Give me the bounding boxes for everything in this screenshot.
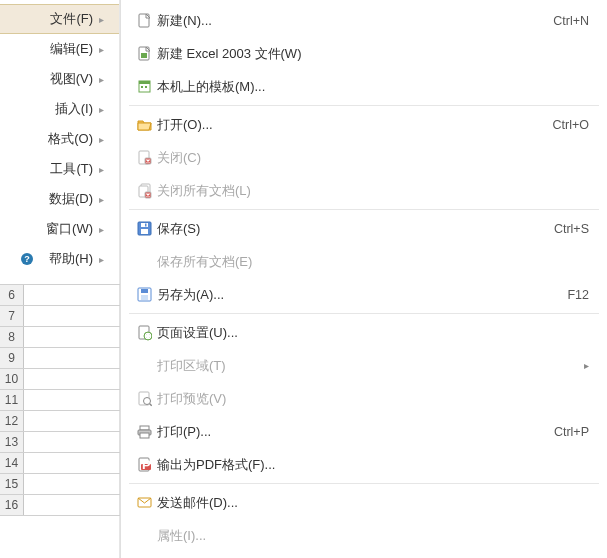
menuitem-open[interactable]: 打开(O)... Ctrl+O [121, 108, 607, 141]
menuitem-send-mail[interactable]: 发送邮件(D)... [121, 486, 607, 519]
menuitem-close-all[interactable]: 关闭所有文档(L) [121, 174, 607, 207]
template-icon [131, 78, 157, 95]
menuitem-new[interactable]: 新建(N)... Ctrl+N [121, 4, 607, 37]
menuitem-new-excel[interactable]: 新建 Excel 2003 文件(W) [121, 37, 607, 70]
submenu-arrow-icon: ▸ [99, 224, 109, 235]
submenu-arrow-icon: ▸ [99, 194, 109, 205]
menu-data-label: 数据(D) [34, 190, 99, 208]
row-header[interactable]: 8 [0, 327, 24, 347]
send-mail-icon [131, 494, 157, 511]
cell[interactable] [24, 495, 120, 515]
cell[interactable] [24, 453, 120, 473]
new-doc-icon [131, 12, 157, 29]
menuitem-label: 新建 Excel 2003 文件(W) [157, 45, 589, 63]
row-header[interactable]: 15 [0, 474, 24, 494]
menu-file[interactable]: 文件(F) ▸ [0, 4, 119, 34]
new-excel-icon [131, 45, 157, 62]
menuitem-print[interactable]: 打印(P)... Ctrl+P [121, 415, 607, 448]
menu-separator [129, 313, 599, 314]
menuitem-templates[interactable]: 本机上的模板(M)... [121, 70, 607, 103]
cell[interactable] [24, 285, 120, 305]
submenu-arrow-icon: ▸ [99, 44, 109, 55]
close-doc-icon [131, 149, 157, 166]
menu-separator [129, 209, 599, 210]
menu-help-label: 帮助(H) [34, 250, 99, 268]
sheet-row[interactable]: 14 [0, 453, 120, 474]
row-header[interactable]: 6 [0, 285, 24, 305]
submenu-arrow-icon: ▸ [99, 14, 109, 25]
menu-format[interactable]: 格式(O) ▸ [0, 124, 119, 154]
menu-insert-label: 插入(I) [34, 100, 99, 118]
menu-view[interactable]: 视图(V) ▸ [0, 64, 119, 94]
menu-insert[interactable]: 插入(I) ▸ [0, 94, 119, 124]
save-as-icon [131, 286, 157, 303]
menu-edit[interactable]: 编辑(E) ▸ [0, 34, 119, 64]
row-header[interactable]: 10 [0, 369, 24, 389]
row-header[interactable]: 9 [0, 348, 24, 368]
submenu-arrow-icon: ▸ [99, 164, 109, 175]
sheet-row[interactable]: 12 [0, 411, 120, 432]
menuitem-print-preview[interactable]: 打印预览(V) [121, 382, 607, 415]
cell[interactable] [24, 432, 120, 452]
sheet-row[interactable]: 10 [0, 369, 120, 390]
menuitem-label: 属性(I)... [157, 527, 589, 545]
sheet-row[interactable]: 11 [0, 390, 120, 411]
row-header[interactable]: 7 [0, 306, 24, 326]
menu-help[interactable]: ? 帮助(H) ▸ [0, 244, 119, 274]
hotkey-label: Ctrl+P [554, 425, 589, 439]
row-header[interactable]: 16 [0, 495, 24, 515]
cell[interactable] [24, 411, 120, 431]
menu-format-label: 格式(O) [34, 130, 99, 148]
row-header[interactable]: 14 [0, 453, 24, 473]
menuitem-save[interactable]: 保存(S) Ctrl+S [121, 212, 607, 245]
menu-edit-label: 编辑(E) [34, 40, 99, 58]
cell[interactable] [24, 390, 120, 410]
sheet-row[interactable]: 8 [0, 327, 120, 348]
spreadsheet-area: 6 7 8 9 10 11 12 13 14 15 16 [0, 284, 120, 516]
hotkey-label: Ctrl+O [553, 118, 589, 132]
menu-data[interactable]: 数据(D) ▸ [0, 184, 119, 214]
cell[interactable] [24, 348, 120, 368]
sheet-row[interactable]: 6 [0, 285, 120, 306]
cell[interactable] [24, 474, 120, 494]
print-preview-icon [131, 390, 157, 407]
menuitem-export-pdf[interactable]: 输出为PDF格式(F)... [121, 448, 607, 481]
menuitem-close[interactable]: 关闭(C) [121, 141, 607, 174]
menuitem-label: 关闭所有文档(L) [157, 182, 589, 200]
menu-view-label: 视图(V) [34, 70, 99, 88]
cell[interactable] [24, 327, 120, 347]
menuitem-label: 发送邮件(D)... [157, 494, 589, 512]
submenu-arrow-icon: ▸ [99, 104, 109, 115]
submenu-arrow-icon: ▸ [99, 74, 109, 85]
menuitem-properties[interactable]: 属性(I)... [121, 519, 607, 552]
save-icon [131, 220, 157, 237]
menuitem-label: 打印区域(T) [157, 357, 575, 375]
menuitem-save-as[interactable]: 另存为(A)... F12 [121, 278, 607, 311]
sheet-row[interactable]: 7 [0, 306, 120, 327]
row-header[interactable]: 13 [0, 432, 24, 452]
menuitem-label: 打印预览(V) [157, 390, 589, 408]
menu-window[interactable]: 窗口(W) ▸ [0, 214, 119, 244]
open-folder-icon [131, 116, 157, 133]
hotkey-label: Ctrl+N [553, 14, 589, 28]
file-submenu: 新建(N)... Ctrl+N 新建 Excel 2003 文件(W) 本机上的… [120, 0, 607, 558]
hotkey-label: F12 [567, 288, 589, 302]
sheet-row[interactable]: 9 [0, 348, 120, 369]
row-header[interactable]: 12 [0, 411, 24, 431]
sheet-row[interactable]: 16 [0, 495, 120, 516]
sheet-row[interactable]: 15 [0, 474, 120, 495]
cell[interactable] [24, 369, 120, 389]
sheet-row[interactable]: 13 [0, 432, 120, 453]
row-header[interactable]: 11 [0, 390, 24, 410]
menuitem-page-setup[interactable]: 页面设置(U)... [121, 316, 607, 349]
menu-separator [129, 105, 599, 106]
menuitem-label: 页面设置(U)... [157, 324, 589, 342]
menuitem-label: 本机上的模板(M)... [157, 78, 589, 96]
cell[interactable] [24, 306, 120, 326]
menu-separator [129, 483, 599, 484]
close-all-icon [131, 182, 157, 199]
menuitem-save-all[interactable]: 保存所有文档(E) [121, 245, 607, 278]
menu-tools[interactable]: 工具(T) ▸ [0, 154, 119, 184]
menuitem-print-area[interactable]: 打印区域(T) ▸ [121, 349, 607, 382]
menuitem-encrypt[interactable]: 文件加密(Y)... [121, 552, 607, 558]
